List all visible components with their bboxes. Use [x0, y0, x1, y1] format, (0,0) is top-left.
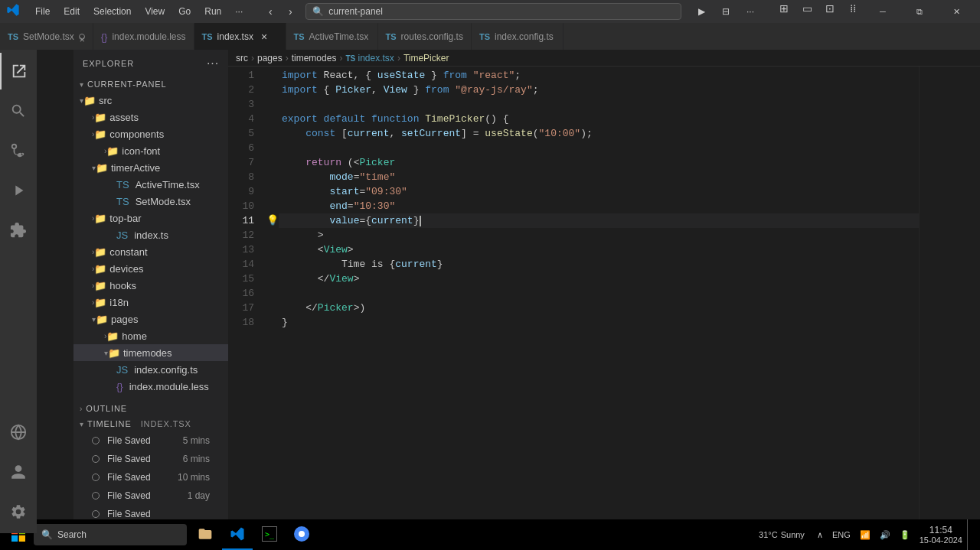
tree-setmode[interactable]: TS SetMode.tsx: [74, 193, 228, 210]
tab-activetime[interactable]: TS ActiveTime.tsx: [286, 23, 378, 50]
tray-battery[interactable]: 🔋: [895, 519, 915, 550]
ln-12: 12: [228, 228, 260, 242]
restore-button[interactable]: ⧉: [902, 0, 937, 23]
taskbar-app-explorer[interactable]: [190, 519, 220, 550]
minimize-button[interactable]: ─: [865, 0, 900, 23]
tree-timeractive[interactable]: 📁 timerActive: [74, 159, 228, 176]
forward-button[interactable]: ›: [281, 3, 299, 20]
ln-9: 9: [228, 184, 260, 199]
menu-view[interactable]: View: [139, 5, 171, 18]
tray-lang[interactable]: ENG: [828, 519, 855, 550]
code-line-5: const [ current , setCurrent ] = useStat…: [279, 126, 919, 141]
tab-index-config[interactable]: TS index.config.ts: [472, 23, 564, 50]
breadcrumb-src[interactable]: src: [236, 53, 248, 63]
taskbar-app-chrome[interactable]: [286, 519, 317, 550]
breadcrumb-pages[interactable]: pages: [257, 53, 283, 63]
tree-indexless[interactable]: {} index.module.less: [74, 378, 228, 395]
taskbar-app-terminal[interactable]: >_: [254, 519, 285, 550]
menu-more[interactable]: ···: [229, 5, 249, 18]
bracket-open: [: [341, 126, 348, 141]
outline-header[interactable]: OUTLINE: [74, 401, 228, 416]
tab-close-icon[interactable]: ×: [79, 34, 85, 40]
tree-timemodes[interactable]: 📁 timemodes: [74, 344, 228, 361]
ln-10: 10: [228, 199, 260, 213]
tree-constant[interactable]: 📁 constant: [74, 243, 228, 260]
tree-assets[interactable]: 📁 assets: [74, 109, 228, 125]
timeline-item-2[interactable]: File Saved 6 mins: [74, 450, 228, 468]
root-folder-header[interactable]: CURRENT-PANEL: [74, 76, 228, 92]
tab-routes[interactable]: TS routes.config.ts: [378, 23, 472, 50]
tree-home[interactable]: 📁 home: [74, 327, 228, 344]
breadcrumb-timemodes[interactable]: timemodes: [292, 53, 337, 63]
code-editor[interactable]: 1 2 3 4 5 6 7 8 9 10 11 12 13 14 15 16 1: [228, 67, 980, 533]
address-bar[interactable]: 🔍 current-panel: [305, 3, 681, 20]
tree-indexconfig[interactable]: JS index.config.ts: [74, 361, 228, 378]
run-button[interactable]: ▶: [691, 3, 712, 20]
show-desktop-button[interactable]: [967, 519, 977, 550]
folder-icon: 📁: [106, 330, 119, 342]
warning-icon: 💡: [266, 213, 279, 228]
back-button[interactable]: ‹: [261, 3, 279, 20]
tree-index-ts[interactable]: JS index.ts: [74, 226, 228, 243]
paren7: (<: [348, 155, 360, 170]
source-control-icon[interactable]: [0, 132, 37, 169]
menu-run[interactable]: Run: [198, 5, 227, 18]
tray-network[interactable]: 📶: [855, 519, 875, 550]
timemodes-label: timemodes: [123, 347, 172, 359]
tree-iconfont[interactable]: 📁 icon-font: [74, 142, 228, 159]
tray-expand[interactable]: ∧: [812, 519, 828, 550]
customize-button[interactable]: ⁞⁞: [842, 0, 864, 17]
code-content[interactable]: import React, { useState } from "react" …: [279, 67, 919, 533]
menu-edit[interactable]: Edit: [57, 5, 86, 18]
tab-setmode[interactable]: TS SetMode.tsx ×: [0, 23, 93, 50]
tree-components[interactable]: 📁 components: [74, 125, 228, 142]
search-icon[interactable]: [0, 93, 37, 129]
weather-tray[interactable]: 31°C Sunny: [754, 519, 809, 550]
taskbar-search-box[interactable]: 🔍 Search: [34, 524, 187, 545]
clock-tray[interactable]: 11:54 15-04-2024: [915, 519, 967, 550]
extensions-icon[interactable]: [0, 212, 37, 249]
gutter-8: [266, 170, 279, 184]
devices-label: devices: [109, 263, 143, 275]
sidebar-toggle-button[interactable]: ⊞: [773, 0, 795, 17]
timeline-header[interactable]: TIMELINE index.tsx: [74, 416, 228, 431]
account-icon[interactable]: [0, 454, 37, 490]
split-editor-button[interactable]: ⊟: [715, 3, 737, 20]
tree-i18n[interactable]: 📁 i18n: [74, 294, 228, 311]
settings-icon[interactable]: [0, 493, 37, 530]
timeline-item-3[interactable]: File Saved 10 mins: [74, 468, 228, 487]
tree-topbar[interactable]: 📁 top-bar: [74, 210, 228, 226]
breadcrumb-timepicker[interactable]: TimePicker: [403, 53, 449, 63]
taskbar-search-label: Search: [57, 529, 87, 540]
run-debug-icon[interactable]: [0, 172, 37, 209]
timeline-item-1[interactable]: File Saved 5 mins: [74, 431, 228, 450]
explorer-icon[interactable]: [0, 53, 37, 89]
tree-activetime[interactable]: TS ActiveTime.tsx: [74, 176, 228, 193]
close-button[interactable]: ✕: [939, 0, 974, 23]
tree-hooks[interactable]: 📁 hooks: [74, 277, 228, 294]
tree-src[interactable]: 📁 src: [74, 92, 228, 109]
timeline-section: TIMELINE index.tsx File Saved 5 mins Fil…: [74, 416, 228, 523]
tree-devices[interactable]: 📁 devices: [74, 260, 228, 277]
layout-button[interactable]: ⊡: [819, 0, 841, 17]
explorer-more-button[interactable]: ···: [207, 57, 219, 70]
gutter-1: [266, 68, 279, 83]
tree-pages[interactable]: 📁 pages: [74, 311, 228, 327]
menu-selection[interactable]: Selection: [87, 5, 137, 18]
panel-toggle-button[interactable]: ▭: [796, 0, 818, 17]
breadcrumb-indextsx[interactable]: TS index.tsx: [345, 53, 394, 63]
tab-close-active[interactable]: ×: [261, 31, 267, 43]
tray-volume[interactable]: 🔊: [875, 519, 895, 550]
code-line-2: import { Picker , View } from "@ray-js/r…: [279, 83, 919, 97]
tab-index-less[interactable]: {} index.module.less: [93, 23, 194, 50]
taskbar-app-vscode[interactable]: [222, 519, 253, 550]
more-actions-button[interactable]: ···: [740, 3, 761, 20]
tab-index-tsx[interactable]: TS index.tsx ×: [194, 23, 286, 50]
menu-file[interactable]: File: [29, 5, 56, 18]
code-line-6: [279, 141, 919, 155]
remote-icon[interactable]: [0, 414, 37, 451]
timeline-item-4[interactable]: File Saved 1 day: [74, 487, 228, 505]
code-line-11: value ={ current }: [279, 213, 919, 228]
tsx-file-icon: TS: [116, 196, 129, 207]
menu-go[interactable]: Go: [172, 5, 197, 18]
